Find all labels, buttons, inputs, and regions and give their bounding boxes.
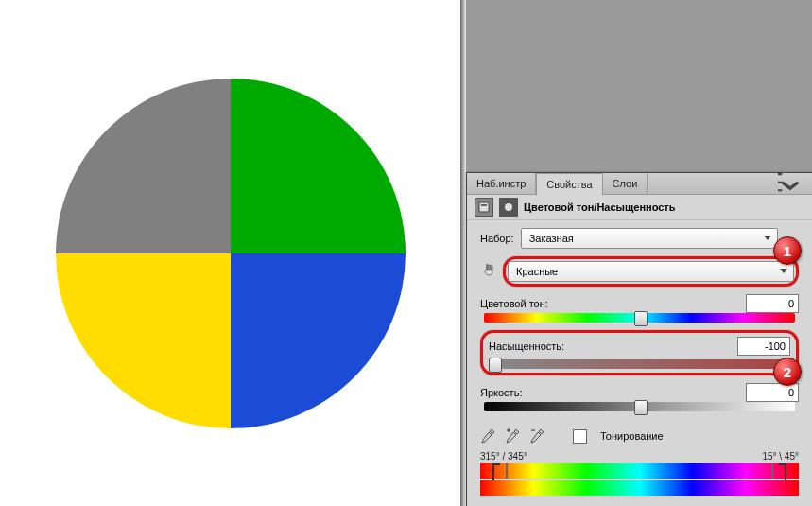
hue-range-strip-top[interactable]	[480, 463, 799, 479]
annotation-badge-2: 2	[773, 358, 802, 386]
adjustment-preset-icon[interactable]	[475, 198, 493, 217]
range-bracket-right-outer[interactable]	[779, 463, 786, 482]
canvas-area	[0, 0, 460, 506]
range-bracket-right-inner[interactable]	[766, 463, 773, 479]
tab-tools[interactable]: Наб.инстр	[467, 173, 536, 194]
hue-label: Цветовой тон:	[480, 298, 584, 309]
hue-row: Цветовой тон: 0	[480, 294, 799, 323]
eyedropper-row: Тонирование	[480, 428, 799, 444]
adjustment-mask-icon[interactable]	[499, 198, 518, 217]
color-range-select[interactable]: Красные	[508, 261, 794, 282]
lightness-row: Яркость: 0	[480, 383, 799, 411]
colorize-checkbox[interactable]	[573, 429, 587, 444]
hue-range-right: 15° \ 45°	[762, 451, 799, 462]
annotation-badge-1: 1	[773, 236, 802, 265]
properties-panel: Наб.инстр Свойства Слои Цветовой тон/Нас…	[466, 172, 812, 506]
targeted-adjustment-icon[interactable]	[480, 262, 499, 281]
pie-quadrant-green	[231, 79, 406, 253]
panel-tab-bar: Наб.инстр Свойства Слои	[467, 173, 812, 195]
saturation-slider-handle[interactable]	[489, 358, 502, 373]
panel-menu-icon[interactable]	[778, 175, 806, 190]
eyedropper-subtract-icon[interactable]	[529, 428, 544, 444]
saturation-value[interactable]: -100	[737, 337, 790, 356]
color-range-highlight: Красные	[503, 256, 799, 287]
preset-label: Набор:	[480, 233, 514, 244]
colorize-label: Тонирование	[600, 430, 664, 442]
saturation-highlight: Насыщенность: -100	[480, 330, 799, 375]
svg-point-2	[505, 203, 512, 211]
lightness-label: Яркость:	[480, 387, 584, 398]
hue-slider-handle[interactable]	[634, 311, 648, 326]
tab-properties[interactable]: Свойства	[536, 173, 602, 196]
adjustment-header: Цветовой тон/Насыщенность	[467, 195, 812, 220]
lightness-value[interactable]: 0	[746, 383, 799, 402]
svg-rect-0	[479, 202, 489, 212]
color-wheel-preview	[56, 79, 406, 428]
pie-quadrant-gray	[56, 79, 231, 253]
lightness-slider[interactable]	[484, 402, 795, 411]
color-range-row: Красные	[480, 256, 799, 287]
preset-select[interactable]: Заказная	[521, 228, 778, 249]
eyedropper-add-icon[interactable]	[505, 428, 520, 444]
hue-range-left: 315° / 345°	[480, 451, 527, 462]
range-bracket-left-inner[interactable]	[506, 463, 513, 479]
lightness-slider-handle[interactable]	[634, 400, 648, 415]
tab-layers[interactable]: Слои	[603, 173, 648, 194]
hue-range-labels: 315° / 345° 15° \ 45°	[480, 451, 799, 462]
saturation-label: Насыщенность:	[489, 340, 593, 352]
hue-slider[interactable]	[484, 313, 795, 323]
range-bracket-left-outer[interactable]	[492, 463, 500, 482]
pie-quadrant-blue	[231, 253, 406, 428]
hue-value[interactable]: 0	[746, 294, 799, 313]
preset-row: Набор: Заказная	[480, 228, 799, 249]
svg-rect-1	[481, 204, 487, 206]
pie-quadrant-yellow	[56, 253, 231, 428]
adjustment-title: Цветовой тон/Насыщенность	[524, 201, 676, 213]
saturation-slider[interactable]	[492, 359, 786, 369]
hue-range-strip-bottom	[480, 480, 799, 496]
panel-body: Набор: Заказная Красные Цветовой тон: 0	[467, 220, 812, 506]
eyedropper-icon[interactable]	[480, 428, 495, 444]
